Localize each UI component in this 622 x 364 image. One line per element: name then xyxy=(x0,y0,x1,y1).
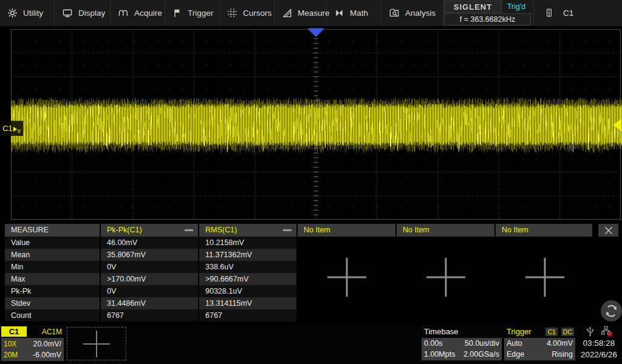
rms-value: 6767 xyxy=(199,309,296,322)
gear-icon xyxy=(7,8,18,18)
acquire-icon xyxy=(118,8,129,18)
timebase-memory: 1.00Mpts xyxy=(424,349,455,360)
channel1-badge[interactable]: C1 xyxy=(1,326,27,337)
plus-icon xyxy=(327,257,367,297)
frequency-counter: f = 363.6682kHz xyxy=(444,13,531,25)
channel1-bandwidth: 20M xyxy=(4,349,18,360)
usb-icon[interactable] xyxy=(586,326,595,337)
measure-icon xyxy=(282,8,292,18)
cursors-icon xyxy=(227,8,238,18)
row-label: Count xyxy=(5,309,100,322)
row-label: Max xyxy=(5,273,100,285)
table-row: Min 0V 338.6uV xyxy=(5,261,296,273)
system-status: 03:58:28 2022/6/26 xyxy=(576,325,622,362)
trigger-status-block: SIGLENT Trig'd f = 363.6682kHz xyxy=(444,1,531,25)
lan-disconnected-icon[interactable] xyxy=(601,326,613,337)
minus-icon[interactable] xyxy=(283,229,292,231)
table-row: Pk-Pk 0V 90328.1uV xyxy=(5,285,296,297)
trigger-mode: Auto xyxy=(507,338,522,349)
display-icon xyxy=(62,8,73,18)
minus-icon[interactable] xyxy=(185,229,193,231)
menu-trigger-label: Trigger xyxy=(188,8,213,18)
channel-marker-sub: v xyxy=(18,127,21,134)
measure-col-rms[interactable]: RMS(C1) xyxy=(199,224,296,237)
flag-icon xyxy=(173,8,182,18)
menu-cursors-label: Cursors xyxy=(243,8,272,18)
channel1-attenuation: 10X xyxy=(4,339,16,349)
channel1-waveform xyxy=(0,26,622,223)
menu-math-label: Math xyxy=(350,8,368,18)
pkpk-value: 6767 xyxy=(101,309,198,322)
trigger-type: Edge xyxy=(507,349,524,360)
menu-measure[interactable]: Measure xyxy=(275,0,327,26)
trigger-descriptor[interactable]: Trigger C1 DC Auto 4.00mV Edge Rising xyxy=(504,326,575,360)
gesture-indicator-button[interactable] xyxy=(601,300,622,322)
channel1-descriptor[interactable]: C1 AC1M 10X 20.0mV/ 20M -6.00mV xyxy=(1,326,64,360)
menu-utility-label: Utility xyxy=(23,8,43,18)
row-label: Min xyxy=(5,261,100,273)
pkpk-value: 0V xyxy=(101,261,198,273)
timebase-samplerate: 2.00GSa/s xyxy=(463,349,499,360)
menu-acquire[interactable]: Acquire xyxy=(111,0,165,26)
oscilloscope-screen: Utility Display Acquire Trigger xyxy=(0,0,622,364)
trigger-level: 4.00mV xyxy=(547,338,573,349)
add-channel-button[interactable] xyxy=(67,327,126,360)
trigger-slope: Rising xyxy=(552,349,573,360)
row-label: Pk-Pk xyxy=(5,285,100,297)
timebase-delay: 0.00s xyxy=(424,338,443,349)
analysis-icon xyxy=(389,8,400,18)
menu-acquire-label: Acquire xyxy=(134,8,162,18)
add-measurement-button[interactable] xyxy=(495,238,594,317)
siglent-logo: SIGLENT xyxy=(444,1,502,13)
channel-menu-label: C1 xyxy=(563,8,573,18)
timebase-descriptor[interactable]: Timebase 0.00s 50.0us/div 1.00Mpts 2.00G… xyxy=(422,326,502,360)
measure-table: Value 46.00mV 10.2158mV Mean 35.8067mV 1… xyxy=(5,237,296,322)
table-row: Mean 35.8067mV 11.371362mV xyxy=(5,249,296,261)
channel1-scale: 20.0mV/ xyxy=(33,339,61,349)
status-bar: C1 AC1M 10X 20.0mV/ 20M -6.00mV Tim xyxy=(0,325,622,364)
trigger-coupling-badge: DC xyxy=(561,328,574,336)
measure-col-pkpk[interactable]: Pk-Pk(C1) xyxy=(101,224,198,237)
menu-measure-label: Measure xyxy=(298,8,330,18)
timebase-title: Timebase xyxy=(422,326,502,337)
clock-date[interactable]: 2022/6/26 xyxy=(576,349,622,360)
measure-col-empty-3[interactable]: No Item xyxy=(496,224,592,237)
menu-cursors[interactable]: Cursors xyxy=(220,0,275,26)
menu-utility[interactable]: Utility xyxy=(0,0,55,26)
measure-col-empty-1[interactable]: No Item xyxy=(298,224,395,237)
plus-icon xyxy=(426,257,466,297)
measure-close-button[interactable] xyxy=(598,224,618,237)
menu-analysis[interactable]: Analysis xyxy=(381,0,443,26)
channel1-offset: -6.00mV xyxy=(33,349,61,360)
measure-title: MEASURE xyxy=(5,224,100,237)
add-measurement-button[interactable] xyxy=(397,238,496,317)
trigger-position-marker[interactable] xyxy=(308,29,324,36)
rms-value: 13.314115mV xyxy=(199,297,296,309)
plus-icon xyxy=(525,257,565,297)
add-measurement-button[interactable] xyxy=(298,238,397,317)
menu-trigger[interactable]: Trigger xyxy=(165,0,220,26)
measure-col-empty-2[interactable]: No Item xyxy=(397,224,494,237)
rms-value: 338.6uV xyxy=(199,261,296,273)
list-icon xyxy=(545,7,553,18)
rms-value: 90328.1uV xyxy=(199,285,296,297)
table-row: Count 6767 6767 xyxy=(5,309,296,322)
measure-header-row: MEASURE Pk-Pk(C1) RMS(C1) No Item No Ite… xyxy=(5,224,592,237)
table-row: Max >170.00mV >90.6667mV xyxy=(5,273,296,285)
pkpk-value: >170.00mV xyxy=(101,273,198,285)
trigger-title: Trigger xyxy=(507,327,543,336)
clock-time[interactable]: 03:58:28 xyxy=(576,337,622,349)
menu-display[interactable]: Display xyxy=(55,0,111,26)
trigger-status: Trig'd xyxy=(502,1,531,13)
channel1-offset-marker[interactable]: C1 v xyxy=(0,121,23,136)
refresh-icon xyxy=(604,303,619,318)
trigger-level-marker[interactable] xyxy=(613,119,621,131)
measure-panel: MEASURE Pk-Pk(C1) RMS(C1) No Item No Ite… xyxy=(0,223,622,325)
channel1-coupling: AC1M xyxy=(27,328,64,336)
menu-math[interactable]: Math xyxy=(327,0,381,26)
row-label: Stdev xyxy=(5,297,100,309)
pkpk-value: 35.8067mV xyxy=(101,249,198,261)
channel-menu-button[interactable]: C1 xyxy=(533,0,622,25)
rms-value: 11.371362mV xyxy=(199,249,296,261)
right-arrow-icon xyxy=(13,127,17,132)
